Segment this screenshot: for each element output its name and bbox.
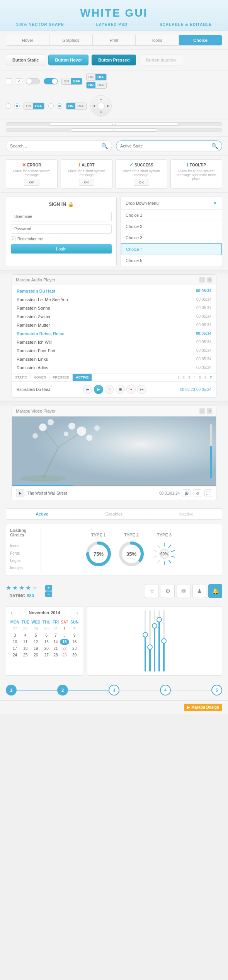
- cal-day-19[interactable]: 19: [30, 645, 41, 652]
- star-2[interactable]: ★: [12, 584, 18, 591]
- cal-day-24[interactable]: 24: [9, 652, 20, 658]
- track-item-1[interactable]: Ramsstein Du Hast 00:05:34: [12, 287, 216, 295]
- cal-day-30a[interactable]: 30: [41, 625, 51, 632]
- track-item-5[interactable]: Ramsstein Mutter 00:05:34: [12, 321, 216, 329]
- step-1[interactable]: 1: [6, 685, 17, 696]
- star-4[interactable]: ★: [26, 584, 31, 591]
- video-fullscreen-button[interactable]: ⛶: [204, 489, 212, 497]
- icon-btn-user[interactable]: ♟: [192, 584, 206, 598]
- video-volume-bar[interactable]: [210, 424, 212, 478]
- checkbox-box-checked[interactable]: ✓: [16, 78, 22, 84]
- search-box-default[interactable]: 🔍: [6, 140, 112, 151]
- sidebar-item-logos[interactable]: Logos: [10, 557, 37, 564]
- slider-4-track[interactable]: [158, 610, 160, 672]
- icon-btn-mail[interactable]: ✉: [177, 584, 191, 598]
- track-item-4[interactable]: Ramsstein Zwitter 00:05:34: [12, 312, 216, 321]
- star-1[interactable]: ★: [6, 584, 11, 591]
- icon-btn-star[interactable]: ☆: [145, 584, 159, 598]
- cal-day-2[interactable]: 2: [69, 625, 80, 632]
- cal-day-30[interactable]: 30: [69, 652, 80, 658]
- password-input[interactable]: [11, 224, 112, 234]
- cal-day-9[interactable]: 9: [69, 632, 80, 639]
- scrollbar-thumb-1[interactable]: [49, 123, 179, 126]
- video-minimize-button[interactable]: ─: [199, 408, 205, 414]
- cal-day-1[interactable]: 1: [60, 625, 70, 632]
- cal-day-17[interactable]: 17: [9, 645, 20, 652]
- cal-next-button[interactable]: ›: [76, 610, 78, 616]
- scrollbar-horizontal-2[interactable]: [6, 128, 222, 132]
- step-3[interactable]: 3: [109, 685, 119, 696]
- track-item-2[interactable]: Ramsstein Let Me See You 00:05:34: [12, 295, 216, 304]
- cal-day-10[interactable]: 10: [9, 639, 20, 645]
- checkbox-checked[interactable]: ✓: [16, 78, 22, 84]
- stars-row[interactable]: ★ ★ ★ ★ ★: [6, 584, 37, 591]
- state-tab-active[interactable]: ACTIVE: [73, 374, 92, 381]
- cal-day-13[interactable]: 13: [41, 639, 51, 645]
- toggle-small-on-off[interactable]: ON OFF: [66, 103, 87, 110]
- play-button[interactable]: ▶: [94, 385, 103, 394]
- state-tab-hover[interactable]: HOVER: [31, 374, 49, 381]
- checkbox-box-empty[interactable]: [6, 78, 12, 84]
- button-pressed[interactable]: Button Pressed: [92, 55, 136, 65]
- cal-day-6[interactable]: 6: [41, 632, 51, 639]
- button-inactive[interactable]: Button Inactive: [139, 55, 183, 65]
- dropdown-header[interactable]: Drop Down Menu ▼: [121, 197, 222, 210]
- stop-button[interactable]: ⏹: [116, 385, 125, 394]
- cal-day-23[interactable]: 23: [69, 645, 80, 652]
- icon-btn-bell[interactable]: 🔔: [208, 584, 222, 598]
- cal-day-28a[interactable]: 28: [20, 625, 30, 632]
- dropdown-item-5[interactable]: Choice 5: [121, 255, 222, 266]
- dropdown-item-2[interactable]: Choice 2: [121, 221, 222, 232]
- button-hover[interactable]: Button Hover: [48, 55, 88, 65]
- slider-5-thumb[interactable]: [161, 638, 167, 644]
- radio-unselected-2[interactable]: [48, 103, 54, 109]
- cal-day-8[interactable]: 8: [60, 632, 70, 639]
- step-4[interactable]: 4: [160, 685, 171, 696]
- track-item-9[interactable]: Ramsstein Links 00:05:34: [12, 355, 216, 363]
- cal-day-29a[interactable]: 29: [30, 625, 41, 632]
- cal-day-28b[interactable]: 28: [51, 652, 60, 658]
- error-ok-button[interactable]: OK: [24, 179, 39, 186]
- tab-hover[interactable]: Hover: [6, 35, 49, 45]
- toggle-on-off-3[interactable]: ON OFF: [24, 103, 44, 110]
- cal-day-29[interactable]: 29: [60, 652, 70, 658]
- cal-day-26[interactable]: 26: [30, 652, 41, 658]
- radio-unselected-1[interactable]: [6, 103, 11, 109]
- cal-day-21[interactable]: 21: [51, 645, 60, 652]
- cal-day-3[interactable]: 3: [9, 632, 20, 639]
- radio-selected-2[interactable]: [57, 103, 62, 109]
- cal-day-20[interactable]: 20: [41, 645, 51, 652]
- star-3[interactable]: ★: [19, 584, 24, 591]
- sidebar-item-fonts[interactable]: Fonts: [10, 550, 37, 557]
- cal-day-7[interactable]: 7: [51, 632, 60, 639]
- slider-3-thumb[interactable]: [152, 623, 157, 629]
- slider-2-thumb[interactable]: [147, 644, 153, 650]
- cal-day-27b[interactable]: 27: [41, 652, 51, 658]
- state-tab-pressed[interactable]: PRESSED: [49, 374, 73, 381]
- scrollbar-horizontal-1[interactable]: [6, 122, 222, 126]
- track-item-7[interactable]: Ramsstein Ich Will 00:05:34: [12, 338, 216, 346]
- pause-button[interactable]: ⏸: [105, 385, 114, 394]
- cal-prev-button[interactable]: ‹: [11, 610, 13, 616]
- search-box-active[interactable]: 🔍: [116, 140, 222, 151]
- alert-ok-button[interactable]: OK: [79, 179, 94, 186]
- icon-btn-gear[interactable]: ⚙: [161, 584, 175, 598]
- scrollbar-thumb-2[interactable]: [71, 128, 157, 132]
- cal-day-22[interactable]: 22: [60, 645, 70, 652]
- tab-icons[interactable]: Icons: [136, 35, 179, 45]
- audio-close-button[interactable]: ✕: [207, 277, 212, 283]
- video-play-button[interactable]: ▶: [16, 489, 24, 497]
- checkbox-unchecked[interactable]: [6, 78, 12, 84]
- cal-day-31a[interactable]: 31: [51, 625, 60, 632]
- dropdown-item-3[interactable]: Choice 3: [121, 232, 222, 243]
- tab-graphics[interactable]: Graphics: [49, 35, 93, 45]
- toggle-multi-2[interactable]: ON OFF: [86, 82, 107, 89]
- toggle-multi-1[interactable]: ON OFF: [86, 74, 107, 81]
- remember-checkbox[interactable]: ✓: [11, 236, 15, 241]
- slider-3-track[interactable]: [154, 610, 155, 672]
- toggle-switch-off[interactable]: [26, 78, 40, 84]
- loading-tab-active[interactable]: Active: [6, 509, 78, 519]
- slider-1-thumb[interactable]: [143, 632, 148, 637]
- button-static[interactable]: Button Static: [6, 55, 45, 65]
- search-active-input[interactable]: [120, 144, 209, 148]
